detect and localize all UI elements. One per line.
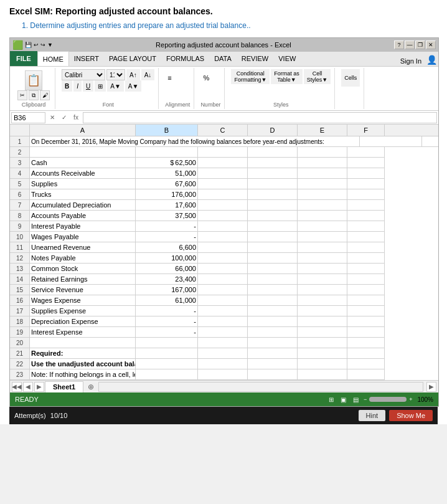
cell-13-d[interactable] bbox=[248, 264, 298, 274]
cell-15-b[interactable]: 167,000 bbox=[136, 285, 198, 295]
cell-13-f[interactable] bbox=[347, 264, 385, 274]
cell-23-c[interactable] bbox=[198, 369, 248, 380]
insert-function-icon[interactable]: fx bbox=[70, 112, 82, 123]
cell-20-d[interactable] bbox=[248, 338, 298, 348]
cell-5-a[interactable]: Supplies bbox=[30, 179, 136, 189]
table-row[interactable]: Required: bbox=[30, 348, 438, 359]
cell-6-b[interactable]: 176,000 bbox=[136, 189, 198, 200]
increase-font-button[interactable]: A↑ bbox=[126, 69, 140, 80]
scroll-right[interactable]: ▶ bbox=[426, 382, 436, 392]
tab-formulas[interactable]: FORMULAS bbox=[161, 51, 209, 66]
cell-23-d[interactable] bbox=[248, 369, 298, 380]
cell-18-c[interactable] bbox=[198, 316, 248, 327]
cell-6-c[interactable] bbox=[198, 189, 248, 200]
cell-13-e[interactable] bbox=[298, 264, 347, 274]
table-row[interactable]: Cash$ 62,500 bbox=[30, 158, 438, 168]
font-name-select[interactable]: Calibri bbox=[62, 69, 105, 80]
cell-16-d[interactable] bbox=[248, 295, 298, 306]
cell-7-a[interactable]: Accumulated Depreciation bbox=[30, 200, 136, 211]
cell-11-d[interactable] bbox=[248, 242, 298, 253]
cell-8-e[interactable] bbox=[298, 211, 347, 221]
minimize-button[interactable]: — bbox=[405, 40, 415, 49]
cell-8-a[interactable]: Accounts Payable bbox=[30, 211, 136, 221]
cell-2-e[interactable] bbox=[298, 147, 347, 158]
table-row[interactable]: Wages Payable- bbox=[30, 232, 438, 242]
table-row[interactable]: Common Stock66,000 bbox=[30, 264, 438, 274]
cell-11-e[interactable] bbox=[298, 242, 347, 253]
cell-2-f[interactable] bbox=[347, 147, 385, 158]
col-header-e[interactable]: E bbox=[298, 125, 347, 136]
border-button[interactable]: ⊞ bbox=[95, 80, 106, 92]
cell-17-d[interactable] bbox=[248, 306, 298, 316]
cell-22-a[interactable]: Use the unadjusted account balances abov… bbox=[30, 359, 136, 369]
cell-17-a[interactable]: Supplies Expense bbox=[30, 306, 136, 316]
cell-22-d[interactable] bbox=[248, 359, 298, 369]
cell-23-e[interactable] bbox=[298, 369, 347, 380]
horizontal-scrollbar[interactable] bbox=[98, 382, 423, 392]
cell-12-a[interactable]: Notes Payable bbox=[30, 253, 136, 264]
cell-15-e[interactable] bbox=[298, 285, 347, 295]
cell-12-d[interactable] bbox=[248, 253, 298, 264]
cell-17-b[interactable]: - bbox=[136, 306, 198, 316]
grid-view-icon[interactable]: ⊞ bbox=[326, 394, 336, 404]
cell-10-c[interactable] bbox=[198, 232, 248, 242]
cell-20-a[interactable] bbox=[30, 338, 136, 348]
cell-23-f[interactable] bbox=[347, 369, 385, 380]
cell-18-a[interactable]: Depreciation Expense bbox=[30, 316, 136, 327]
table-row[interactable]: Interest Payable- bbox=[30, 221, 438, 232]
table-row[interactable]: Retained Earnings23,400 bbox=[30, 274, 438, 285]
cell-2-c[interactable] bbox=[198, 147, 248, 158]
account-icon[interactable]: 👤 bbox=[425, 54, 438, 66]
tab-file[interactable]: FILE bbox=[10, 51, 37, 66]
table-row[interactable]: Trucks176,000 bbox=[30, 189, 438, 200]
table-row[interactable]: Depreciation Expense- bbox=[30, 316, 438, 327]
cell-5-f[interactable] bbox=[347, 179, 385, 189]
sheet-tab-sheet1[interactable]: Sheet1 bbox=[45, 381, 83, 392]
sheet-nav-prev[interactable]: ◀ bbox=[23, 382, 33, 392]
table-row[interactable]: Accumulated Depreciation17,600 bbox=[30, 200, 438, 211]
table-row[interactable]: Use the unadjusted account balances abov… bbox=[30, 359, 438, 369]
cell-4-d[interactable] bbox=[248, 168, 298, 179]
col-header-c[interactable]: C bbox=[198, 125, 248, 136]
cell-3-e[interactable] bbox=[298, 158, 347, 168]
zoom-plus[interactable]: + bbox=[409, 396, 412, 402]
paste-button[interactable]: 📋 bbox=[25, 70, 42, 90]
tab-review[interactable]: REVIEW bbox=[237, 51, 273, 66]
cell-21-d[interactable] bbox=[248, 348, 298, 359]
col-header-a[interactable]: A bbox=[30, 125, 136, 136]
cell-15-a[interactable]: Service Revenue bbox=[30, 285, 136, 295]
cell-2-d[interactable] bbox=[248, 147, 298, 158]
cell-3-d[interactable] bbox=[248, 158, 298, 168]
cell-20-e[interactable] bbox=[298, 338, 347, 348]
col-header-b[interactable]: B bbox=[136, 125, 198, 136]
fill-color-button[interactable]: A▼ bbox=[107, 80, 124, 92]
table-row[interactable] bbox=[30, 147, 438, 158]
tab-insert[interactable]: INSERT bbox=[69, 51, 104, 66]
cell-7-b[interactable]: 17,600 bbox=[136, 200, 198, 211]
cell-2-a[interactable] bbox=[30, 147, 136, 158]
cell-7-e[interactable] bbox=[298, 200, 347, 211]
show-me-button[interactable]: Show Me bbox=[389, 410, 433, 421]
cell-9-a[interactable]: Interest Payable bbox=[30, 221, 136, 232]
sheet-nav-next[interactable]: ▶ bbox=[34, 382, 44, 392]
cell-8-c[interactable] bbox=[198, 211, 248, 221]
cell-1-a[interactable]: On December 31, 2016, Maple Moving Compa… bbox=[30, 136, 360, 147]
cell-23-a[interactable]: Note: If nothing belongs in a cell, leav… bbox=[30, 369, 136, 380]
cell-22-b[interactable] bbox=[136, 359, 198, 369]
cell-18-d[interactable] bbox=[248, 316, 298, 327]
table-row[interactable]: Accounts Receivable51,000 bbox=[30, 168, 438, 179]
cell-4-f[interactable] bbox=[347, 168, 385, 179]
table-row[interactable]: On December 31, 2016, Maple Moving Compa… bbox=[30, 136, 438, 147]
table-row[interactable]: Note: If nothing belongs in a cell, leav… bbox=[30, 369, 438, 380]
cell-1-c[interactable] bbox=[422, 136, 438, 147]
decrease-font-button[interactable]: A↓ bbox=[141, 69, 155, 80]
cell-15-d[interactable] bbox=[248, 285, 298, 295]
cell-8-f[interactable] bbox=[347, 211, 385, 221]
table-row[interactable]: Wages Expense61,000 bbox=[30, 295, 438, 306]
tab-home[interactable]: HOME bbox=[37, 51, 69, 66]
cell-3-b[interactable]: $ 62,500 bbox=[136, 158, 198, 168]
cell-21-a[interactable]: Required: bbox=[30, 348, 136, 359]
table-row[interactable]: Notes Payable100,000 bbox=[30, 253, 438, 264]
zoom-minus[interactable]: − bbox=[364, 396, 367, 402]
cell-styles-button[interactable]: CellStyles▼ bbox=[304, 69, 331, 84]
